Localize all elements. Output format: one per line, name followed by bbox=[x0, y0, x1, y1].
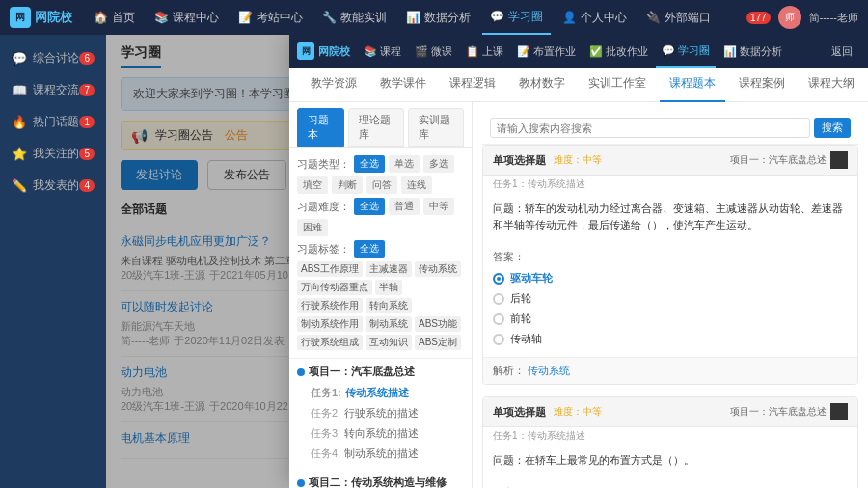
exercise-right-panel: 搜索 单项选择题 难度：中等 项目一：汽车底盘总述 bbox=[473, 102, 868, 488]
question-type-1: 单项选择题 bbox=[493, 153, 546, 168]
modal-window: 网 网院校 📚 课程 🎬 微课 📋 上课 bbox=[289, 35, 868, 488]
modal-nav-class[interactable]: 📋 上课 bbox=[460, 35, 509, 68]
sidebar-item-posted[interactable]: ✏️ 我发表的 4 bbox=[0, 170, 106, 202]
project-header-1: 项目一：汽车底盘总述 bbox=[297, 365, 464, 379]
type-qa[interactable]: 问答 bbox=[366, 176, 397, 194]
search-button[interactable]: 搜索 bbox=[814, 118, 851, 138]
question-search: 搜索 bbox=[482, 112, 858, 145]
following-icon: ⭐ bbox=[12, 147, 27, 161]
modal-nav-micro[interactable]: 🎬 微课 bbox=[409, 35, 458, 68]
diff-medium[interactable]: 中等 bbox=[423, 198, 454, 215]
explain-area-1: 解析： 传动系统 bbox=[483, 357, 857, 384]
search-input[interactable] bbox=[490, 118, 810, 138]
nav-external[interactable]: 🔌 外部端口 bbox=[638, 0, 719, 35]
diff-all[interactable]: 全选 bbox=[354, 198, 385, 215]
modal-nav-course[interactable]: 📚 课程 bbox=[358, 35, 407, 68]
tag-filter-row: 习题标签： 全选 bbox=[297, 240, 464, 258]
type-connect[interactable]: 连线 bbox=[401, 176, 432, 194]
subnav-course-cases[interactable]: 课程案例 bbox=[729, 68, 795, 102]
type-all[interactable]: 全选 bbox=[354, 155, 385, 173]
question-body-1: 问题：轿车的发动机动力经过离合器、变速箱、主减速器从动齿轮、差速器和半轴等传动元… bbox=[483, 193, 857, 246]
left-sidebar: 💬 综合讨论 6 📖 课程交流 7 🔥 热门话题 1 ⭐ 我关注的 5 bbox=[0, 35, 106, 488]
task-item[interactable]: 任务1: 传动系统描述 bbox=[297, 383, 464, 403]
task-item[interactable]: 任务4: 制动系统的描述 bbox=[297, 444, 464, 464]
exercise-tabs: 习题本 理论题库 实训题库 bbox=[289, 102, 472, 148]
diff-filter-row: 习题难度： 全选 普通 中等 困难 bbox=[297, 198, 464, 236]
tag-filter-label: 习题标签： bbox=[297, 242, 350, 257]
user-name[interactable]: 简-----老师 bbox=[809, 11, 858, 25]
tag-transmission[interactable]: 传动系统 bbox=[415, 261, 461, 277]
logo[interactable]: 网 网院校 bbox=[10, 7, 72, 28]
tag-half-shaft[interactable]: 半轴 bbox=[375, 280, 402, 295]
qr-code-icon bbox=[830, 151, 848, 169]
modal-logo-icon: 网 bbox=[297, 42, 314, 60]
type-filter-label: 习题类型： bbox=[297, 157, 350, 172]
sidebar-item-general[interactable]: 💬 综合讨论 6 bbox=[0, 42, 106, 74]
subnav-digital-material[interactable]: 教材数字 bbox=[509, 68, 575, 102]
nav-data[interactable]: 📊 数据分析 bbox=[398, 0, 478, 35]
exam-icon: 📝 bbox=[238, 11, 253, 24]
modal-data-icon: 📊 bbox=[723, 45, 737, 58]
modal-sub-nav: 教学资源 教学课件 课程逻辑 教材数字 实训工作室 课程题本 bbox=[289, 68, 868, 102]
tag-drive-sys-use[interactable]: 行驶系统作用 bbox=[297, 298, 363, 313]
nav-exam[interactable]: 📝 考站中心 bbox=[231, 0, 311, 35]
modal-nav-assign[interactable]: 📝 布置作业 bbox=[511, 35, 582, 68]
diff-hard[interactable]: 困难 bbox=[297, 219, 328, 236]
tag-main-reducer[interactable]: 主减速器 bbox=[366, 261, 412, 277]
type-multi[interactable]: 多选 bbox=[423, 155, 454, 173]
nav-learning-circle[interactable]: 💬 学习圈 bbox=[482, 0, 551, 35]
tag-steering[interactable]: 转向系统 bbox=[366, 298, 412, 313]
exercise-left-panel: 习题本 理论题库 实训题库 习题类型： 全选 单选 多选 填空 bbox=[289, 102, 473, 488]
tag-universal-joint[interactable]: 万向传动器重点 bbox=[297, 280, 372, 295]
hot-topics-icon: 🔥 bbox=[12, 115, 27, 129]
tab-practice-bank[interactable]: 实训题库 bbox=[408, 108, 464, 147]
subnav-course-logic[interactable]: 课程逻辑 bbox=[440, 68, 505, 102]
subnav-course-outline[interactable]: 课程大纲 bbox=[799, 68, 864, 102]
nav-home[interactable]: 🏠 首页 bbox=[86, 0, 143, 35]
question-task-ref-2: 任务1：传动系统描述 bbox=[483, 427, 857, 445]
nav-courses[interactable]: 📚 课程中心 bbox=[147, 0, 227, 35]
diff-filter-label: 习题难度： bbox=[297, 200, 350, 214]
modal-content: 习题本 理论题库 实训题库 习题类型： 全选 单选 多选 填空 bbox=[289, 102, 868, 488]
explain-link-1[interactable]: 传动系统 bbox=[528, 365, 570, 376]
tab-exercise-book[interactable]: 习题本 bbox=[297, 108, 344, 147]
notification-badge[interactable]: 177 bbox=[746, 12, 771, 24]
tag-brake-sys[interactable]: 制动系统作用 bbox=[297, 316, 363, 332]
subnav-training-studio[interactable]: 实训工作室 bbox=[579, 68, 656, 102]
modal-nav-grade[interactable]: ✅ 批改作业 bbox=[583, 35, 654, 68]
subnav-exercise-book[interactable]: 课程题本 bbox=[660, 68, 725, 102]
nav-personal[interactable]: 👤 个人中心 bbox=[555, 0, 635, 35]
sidebar-item-following[interactable]: ⭐ 我关注的 5 bbox=[0, 138, 106, 170]
sidebar-item-course[interactable]: 📖 课程交流 7 bbox=[0, 74, 106, 106]
sidebar-item-hot[interactable]: 🔥 热门话题 1 bbox=[0, 106, 106, 138]
modal-nav-learning[interactable]: 💬 学习圈 bbox=[656, 35, 716, 68]
tag-all[interactable]: 全选 bbox=[354, 240, 385, 258]
center-content: 学习圈 欢迎大家来到学习圈！本学习圈将位同学就课程相应知识点相互助学 📢 学习圈… bbox=[106, 35, 868, 488]
filter-area: 习题类型： 全选 单选 多选 填空 判断 问答 连线 习题难度： bbox=[289, 148, 472, 359]
tag-interactive[interactable]: 互动知识 bbox=[366, 335, 412, 350]
modal-back-button[interactable]: 返回 bbox=[824, 44, 860, 59]
modal-grade-icon: ✅ bbox=[589, 45, 603, 58]
tag-drive-compose[interactable]: 行驶系统组成 bbox=[297, 335, 363, 350]
tag-abs-func[interactable]: ABS功能 bbox=[415, 316, 461, 332]
type-single[interactable]: 单选 bbox=[389, 155, 420, 173]
tag-abs[interactable]: ABS工作原理 bbox=[297, 261, 363, 277]
top-navigation: 网 网院校 🏠 首页 📚 课程中心 📝 考站中心 🔧 教能实训 📊 数据分析 💬… bbox=[0, 0, 868, 35]
learning-circle-icon: 💬 bbox=[490, 10, 504, 23]
type-judge[interactable]: 判断 bbox=[332, 176, 363, 194]
tag-brake[interactable]: 制动系统 bbox=[366, 316, 412, 332]
tab-theory-bank[interactable]: 理论题库 bbox=[348, 108, 404, 147]
nav-training[interactable]: 🔧 教能实训 bbox=[314, 0, 394, 35]
task-item[interactable]: 任务3: 转向系统的描述 bbox=[297, 423, 464, 444]
tag-abs-custom[interactable]: ABS定制 bbox=[415, 335, 461, 350]
question-task-ref-1: 任务1：传动系统描述 bbox=[483, 176, 857, 193]
modal-learning-icon: 💬 bbox=[662, 44, 675, 57]
user-avatar[interactable]: 师 bbox=[778, 6, 801, 29]
task-item[interactable]: 任务2: 行驶系统的描述 bbox=[297, 403, 464, 423]
subnav-courseware[interactable]: 教学课件 bbox=[370, 68, 436, 102]
diff-normal[interactable]: 普通 bbox=[389, 198, 420, 215]
subnav-teaching-resources[interactable]: 教学资源 bbox=[301, 68, 366, 102]
modal-nav-data[interactable]: 📊 数据分析 bbox=[718, 35, 788, 68]
type-fill[interactable]: 填空 bbox=[297, 176, 328, 194]
question-body-2: 问题：在轿车上最常见的布置方式是（）。 bbox=[483, 445, 857, 482]
